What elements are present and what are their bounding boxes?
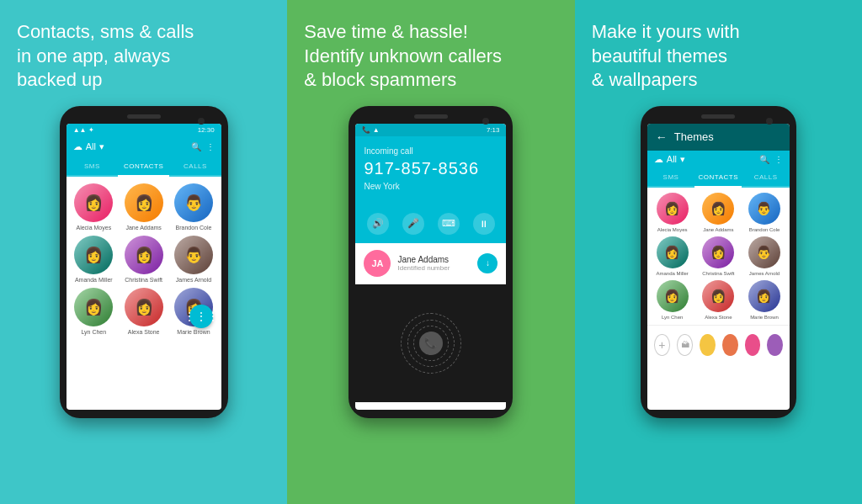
contact-name-3: Amanda Miller bbox=[75, 277, 113, 283]
avatar-7: 👩 bbox=[125, 288, 163, 326]
theme-color-purple[interactable] bbox=[767, 334, 783, 356]
contacts-grid-1: 👩 Alecia Moyes 👩 Jane Addams 👨 Brandon C… bbox=[67, 177, 221, 342]
screen-topbar-3: ☁ All ▾ 🔍 ⋮ bbox=[647, 151, 790, 168]
signal-icons-1: ▲▲ ✦ bbox=[73, 126, 94, 134]
t-contact-4[interactable]: 👩 Christina Swift bbox=[697, 236, 739, 276]
dropdown-icon-1: ▾ bbox=[99, 141, 104, 152]
contact-name-8: Marie Brown bbox=[177, 329, 210, 335]
time-1: 12:30 bbox=[198, 126, 215, 134]
avatar-2: 👨 bbox=[174, 183, 213, 222]
t-avatar-3: 👩 bbox=[657, 236, 689, 268]
theme-color-strip: + 🏔 bbox=[647, 325, 790, 364]
contact-item-7[interactable]: 👩 Alexa Stone bbox=[121, 288, 166, 335]
topbar-left-1: ☁ All ▾ bbox=[73, 141, 104, 152]
tab-calls-3[interactable]: CALLS bbox=[742, 168, 789, 186]
phone-mockup-3: ← Themes ☁ All ▾ 🔍 ⋮ SMS CONTACTS CAL bbox=[641, 106, 796, 418]
topbar-right-3: 🔍 ⋮ bbox=[759, 155, 783, 164]
themes-title: Themes bbox=[674, 130, 714, 143]
avatar-5: 👨 bbox=[174, 236, 213, 274]
call-actions: 🔊 🎤 ⌨ ⏸ bbox=[355, 204, 506, 243]
avatar-1: 👩 bbox=[125, 183, 163, 222]
wallpaper-button[interactable]: 🏔 bbox=[677, 334, 693, 356]
contact-info: Jane Addams Identified number bbox=[397, 255, 471, 272]
theme-color-pink[interactable] bbox=[745, 334, 761, 356]
contact-item-2[interactable]: 👨 Brandon Cole bbox=[171, 183, 216, 231]
keypad-button[interactable]: ⌨ bbox=[438, 213, 460, 235]
panel-2-heading: Save time & hassle! Identify unknown cal… bbox=[304, 20, 557, 93]
call-number: 917-857-8536 bbox=[364, 159, 498, 178]
tab-contacts-1[interactable]: CONTACTS bbox=[118, 157, 169, 177]
tab-contacts-3[interactable]: CONTACTS bbox=[694, 168, 742, 188]
themes-contacts-grid: 👩 Alecia Moyes 👩 Jane Addams 👨 Brandon C… bbox=[647, 188, 790, 325]
t-contact-name-6: Lyn Chen bbox=[662, 315, 683, 320]
contact-name-2: Brandon Cole bbox=[176, 225, 212, 231]
search-icon-1[interactable]: 🔍 bbox=[191, 142, 201, 151]
themes-screen: ← Themes ☁ All ▾ 🔍 ⋮ SMS CONTACTS CAL bbox=[647, 124, 790, 410]
tabs-bar-1: SMS CONTACTS CALLS bbox=[67, 157, 221, 177]
search-icon-3[interactable]: 🔍 bbox=[759, 155, 769, 164]
phone-mockup-1: ▲▲ ✦ 12:30 ☁ All ▾ 🔍 ⋮ SMS CONTACTS C bbox=[60, 106, 228, 418]
dropdown-icon-3: ▾ bbox=[680, 154, 685, 165]
mute-button[interactable]: 🎤 bbox=[402, 213, 424, 235]
panel-themes: Make it yours with beautiful themes & wa… bbox=[575, 0, 862, 504]
incoming-call-label: Incoming call bbox=[364, 146, 498, 156]
topbar-right-1: 🔍 ⋮ bbox=[191, 142, 215, 151]
avatar-4: 👩 bbox=[125, 236, 163, 274]
tab-calls-1[interactable]: CALLS bbox=[169, 157, 221, 175]
dial-circle-area: 📞 bbox=[355, 284, 506, 402]
contact-item-3[interactable]: 👩 Amanda Miller bbox=[72, 236, 116, 283]
contact-item-5[interactable]: 👨 James Arnold bbox=[171, 236, 216, 283]
t-contact-name-5: James Arnold bbox=[749, 271, 780, 276]
t-avatar-4: 👩 bbox=[702, 236, 734, 268]
t-contact-0[interactable]: 👩 Alecia Moyes bbox=[652, 193, 694, 232]
tab-sms-3[interactable]: SMS bbox=[647, 168, 694, 186]
call-location: New York bbox=[364, 182, 498, 191]
t-contact-2[interactable]: 👨 Brandon Cole bbox=[743, 193, 785, 232]
t-contact-5[interactable]: 👨 James Arnold bbox=[743, 236, 785, 276]
dial-center[interactable]: 📞 bbox=[419, 332, 443, 355]
theme-color-orange[interactable] bbox=[722, 334, 738, 356]
speaker-button[interactable]: 🔊 bbox=[367, 213, 389, 235]
hold-button[interactable]: ⏸ bbox=[473, 213, 495, 235]
signal-icons-2: 📞 ▲ bbox=[362, 126, 379, 134]
contacts-screen: ▲▲ ✦ 12:30 ☁ All ▾ 🔍 ⋮ SMS CONTACTS C bbox=[67, 124, 221, 410]
add-theme-button[interactable]: + bbox=[654, 334, 670, 356]
back-icon-themes[interactable]: ← bbox=[656, 130, 668, 144]
avatar-0: 👩 bbox=[74, 183, 113, 222]
fab-button-1[interactable]: ⋮⋮⋮ bbox=[189, 305, 213, 328]
avatar-6: 👩 bbox=[74, 288, 113, 326]
more-icon-1[interactable]: ⋮ bbox=[206, 142, 215, 151]
t-avatar-6: 👩 bbox=[657, 280, 689, 312]
contact-name-0: Alecia Moyes bbox=[77, 225, 112, 231]
t-avatar-0: 👩 bbox=[657, 193, 689, 225]
t-avatar-1: 👩 bbox=[702, 193, 734, 225]
cloud-icon-1: ☁ bbox=[73, 141, 82, 152]
contact-item-4[interactable]: 👩 Christina Swift bbox=[121, 236, 166, 283]
phone-speaker-2 bbox=[414, 114, 448, 119]
t-avatar-5: 👨 bbox=[748, 236, 780, 268]
t-avatar-2: 👨 bbox=[748, 193, 780, 225]
connect-button[interactable]: ↓ bbox=[477, 253, 498, 273]
contact-name-5: James Arnold bbox=[176, 277, 211, 283]
t-contact-3[interactable]: 👩 Amanda Miller bbox=[652, 236, 694, 276]
t-contact-8[interactable]: 👩 Marie Brown bbox=[743, 280, 785, 320]
contact-avatar-ja: JA bbox=[364, 250, 391, 277]
t-contact-7[interactable]: 👩 Alexa Stone bbox=[697, 280, 739, 320]
identified-contact: JA Jane Addams Identified number ↓ bbox=[355, 243, 506, 284]
phone-camera-3 bbox=[766, 118, 773, 125]
tab-sms-1[interactable]: SMS bbox=[67, 157, 118, 175]
theme-color-yellow[interactable] bbox=[700, 334, 716, 356]
panel-contacts: Contacts, sms & calls in one app, always… bbox=[0, 0, 287, 504]
t-contact-6[interactable]: 👩 Lyn Chen bbox=[652, 280, 694, 320]
contact-item-6[interactable]: 👩 Lyn Chen bbox=[72, 288, 116, 335]
t-avatar-8: 👩 bbox=[748, 280, 780, 312]
contact-id-label: Identified number bbox=[397, 264, 471, 272]
t-contact-name-1: Jane Addams bbox=[703, 227, 733, 232]
themes-topbar: ← Themes bbox=[647, 124, 790, 151]
more-icon-3[interactable]: ⋮ bbox=[774, 155, 783, 164]
screen-topbar-1: ☁ All ▾ 🔍 ⋮ bbox=[67, 136, 221, 157]
contact-item-0[interactable]: 👩 Alecia Moyes bbox=[72, 183, 116, 231]
contact-item-1[interactable]: 👩 Jane Addams bbox=[121, 183, 166, 231]
tabs-bar-3: SMS CONTACTS CALLS bbox=[647, 168, 790, 188]
t-contact-1[interactable]: 👩 Jane Addams bbox=[697, 193, 739, 232]
